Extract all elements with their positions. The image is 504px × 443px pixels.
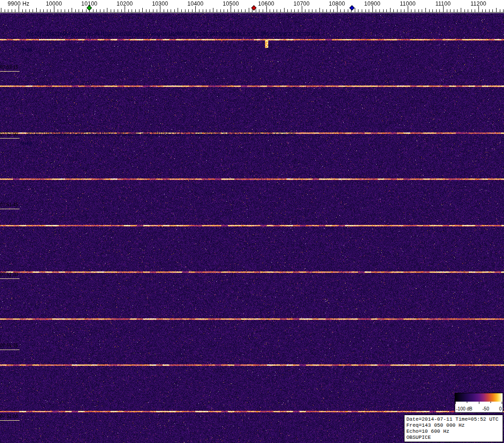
spectrogram-window: 9900 Hz100001010010200103001040010500106… (0, 0, 504, 443)
freq-tick-label: 10600 (258, 0, 274, 7)
freq-tick-label: 10300 (152, 0, 168, 7)
time-tick-label: 07:51:15 (0, 343, 18, 349)
frequency-ruler: 9900 Hz100001010010200103001040010500106… (0, 0, 504, 13)
color-scale-gradient (455, 393, 503, 405)
detection-1: 20140711055218564 hCnt73 nb-89 f10601 hi… (27, 32, 320, 37)
legend-max-label: 0 (499, 406, 502, 412)
color-scale-legend: -100 dB -50 0 (455, 393, 503, 413)
detection-1-offset: ^t+18 (20, 47, 32, 53)
freq-tick-label: 10400 (187, 0, 204, 7)
detection-2-offset: ^t+58 (20, 141, 32, 147)
time-tick-label: 07:51:30 (0, 272, 18, 278)
time-tick-label: 07:52:15 (0, 65, 18, 70)
freq-tick-label: 11000 (400, 0, 416, 7)
freq-tick-label: 10200 (117, 0, 133, 7)
time-tick-label: 07:52:00 (0, 132, 18, 137)
legend-min-label: -100 dB (456, 406, 472, 412)
freq-tick-label: 10500 (223, 0, 239, 7)
color-scale-labels: -100 dB -50 0 (455, 406, 503, 412)
freq-tick-label: 10000 (46, 0, 62, 7)
freq-tick-label: 10800 (329, 0, 345, 7)
time-tick-label: 07:51:00 (0, 414, 18, 419)
info-receiver-frequency: Freq=143 050 000 Hz (406, 423, 501, 429)
freq-tick-label: 11200 (471, 0, 486, 7)
detection-2: 20140711055158484 hCnt72 nb-90 f10566 hi… (27, 132, 296, 137)
time-tick-label: 07:51:45 (0, 202, 18, 208)
freq-tick-label: 10900 (364, 0, 380, 7)
waterfall-display: 20140711055218564 hCnt73 nb-89 f10601 hi… (0, 13, 504, 443)
freq-tick-label: 10700 (293, 0, 310, 7)
waterfall-canvas (0, 13, 504, 443)
info-echo-frequency: Echo=10 600 Hz (406, 429, 501, 435)
observation-info-box: Date=2014-07-11 Time=05:52 UTC Freq=143 … (404, 415, 503, 442)
info-date-time: Date=2014-07-11 Time=05:52 UTC (406, 417, 501, 423)
info-station-name: OBSUPICE (406, 435, 501, 441)
legend-mid-label: -50 (483, 406, 489, 412)
freq-tick-label: 9900 Hz (8, 0, 30, 7)
freq-tick-label: 11100 (435, 0, 451, 7)
